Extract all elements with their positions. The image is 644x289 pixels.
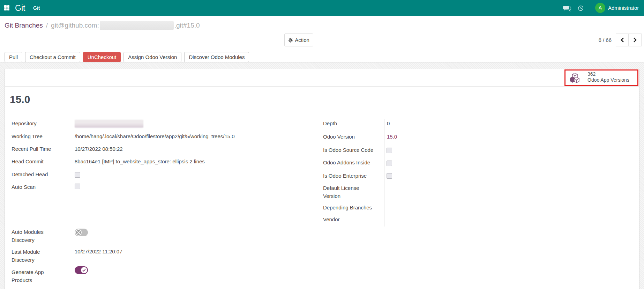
- chevron-right-icon: [633, 37, 637, 43]
- value-last-module-discovery: 10/27/2022 11:20:07: [75, 248, 122, 255]
- breadcrumb-current-prefix: git@github.com:: [51, 22, 99, 29]
- pager-count: 6 / 66: [584, 34, 612, 46]
- label-detached-head: Detached Head: [12, 171, 48, 178]
- screen: Git Git A Administrator Git Branches / g…: [0, 0, 644, 289]
- value-depth: 0: [387, 120, 390, 127]
- activities-icon[interactable]: [578, 5, 584, 11]
- toggle-check-icon: [81, 267, 87, 273]
- breadcrumb-separator: /: [46, 22, 48, 29]
- breadcrumb-redacted-blur: [100, 21, 174, 30]
- pager-previous-button[interactable]: [616, 34, 629, 46]
- group-separator-line: [72, 227, 72, 289]
- value-recent-pull-time: 10/27/2022 08:50:22: [75, 146, 123, 153]
- app-brand[interactable]: Git: [15, 3, 25, 13]
- breadcrumb-current-suffix: .git#15.0: [174, 22, 200, 29]
- navbar: Git Git A Administrator: [0, 0, 644, 16]
- checkbox-is-odoo-source-code[interactable]: [387, 148, 392, 153]
- nav-menu-git[interactable]: Git: [33, 5, 40, 12]
- uncheckout-button[interactable]: UnCheckout: [83, 52, 121, 62]
- statusbar-buttons: Pull Checkout a Commit UnCheckout Assign…: [5, 52, 249, 62]
- stat-button-text: 362 Odoo App Versions: [587, 71, 629, 83]
- toggle-x-icon: [75, 229, 82, 236]
- discover-odoo-modules-button[interactable]: Discover Odoo Modules: [184, 52, 249, 62]
- label-vendor: Vendor: [323, 216, 340, 223]
- label-is-odoo-source-code: Is Odoo Source Code: [323, 147, 373, 154]
- label-default-license-version: Default License Version: [323, 184, 368, 200]
- checkbox-auto-scan[interactable]: [75, 184, 80, 189]
- label-auto-scan: Auto Scan: [12, 184, 36, 191]
- breadcrumb-link-git-branches[interactable]: Git Branches: [5, 22, 43, 29]
- pull-button[interactable]: Pull: [5, 52, 22, 62]
- stat-label: Odoo App Versions: [587, 77, 629, 83]
- action-button-label: Action: [295, 37, 309, 43]
- checkout-a-commit-button[interactable]: Checkout a Commit: [25, 52, 80, 62]
- label-depending-branches: Depending Branches: [323, 204, 372, 211]
- group-separator-line: [66, 119, 66, 194]
- toggle-generate-app-products[interactable]: [75, 266, 88, 274]
- stat-value: 362: [587, 71, 629, 77]
- label-recent-pull-time: Recent Pull Time: [12, 146, 51, 153]
- messages-icon[interactable]: [563, 5, 571, 12]
- assign-odoo-version-button[interactable]: Assign Odoo Version: [123, 52, 181, 62]
- label-depth: Depth: [323, 120, 337, 127]
- value-head-commit: 8bac164e1 [IMP] to_website_apps_store: e…: [75, 158, 205, 165]
- group-separator-line: [384, 119, 384, 227]
- control-panel: Git Branches / git@github.com: .git#15.0…: [0, 16, 644, 62]
- user-menu[interactable]: Administrator: [608, 5, 639, 12]
- odoo-app-versions-stat-button[interactable]: 362 Odoo App Versions: [561, 69, 639, 86]
- breadcrumb: Git Branches / git@github.com: .git#15.0: [5, 21, 200, 30]
- label-head-commit: Head Commit: [12, 158, 44, 165]
- checkbox-detached-head[interactable]: [75, 172, 80, 178]
- label-auto-modules-discovery: Auto Modules Discovery: [12, 228, 57, 244]
- cubes-icon: [569, 73, 580, 83]
- checkbox-odoo-addons-inside[interactable]: [387, 161, 392, 166]
- label-repository: Repository: [12, 120, 37, 127]
- pager: [616, 34, 642, 46]
- pager-next-button[interactable]: [629, 34, 642, 46]
- button-box: 362 Odoo App Versions: [5, 69, 639, 87]
- form-sheet: 362 Odoo App Versions 15.0 Repository Wo…: [5, 69, 639, 289]
- page-title: 15.0: [10, 93, 30, 106]
- label-generate-app-products: Generate App Products: [12, 268, 57, 284]
- value-working-tree: /home/hang/.local/share/Odoo/filestore/a…: [75, 133, 235, 140]
- avatar[interactable]: A: [595, 3, 605, 13]
- label-odoo-version: Odoo Version: [323, 133, 355, 140]
- label-is-odoo-enterprise: Is Odoo Enterprise: [323, 172, 367, 179]
- label-last-module-discovery: Last Module Discovery: [12, 248, 57, 264]
- apps-menu-icon[interactable]: [4, 5, 9, 10]
- repository-redacted-value: [75, 120, 143, 128]
- action-button[interactable]: Action: [284, 34, 313, 46]
- value-odoo-version[interactable]: 15.0: [387, 133, 397, 140]
- label-odoo-addons-inside: Odoo Addons Inside: [323, 159, 370, 166]
- gear-icon: [288, 38, 293, 43]
- checkbox-is-odoo-enterprise[interactable]: [387, 173, 392, 179]
- chevron-left-icon: [620, 37, 624, 43]
- toggle-auto-modules-discovery[interactable]: [75, 229, 88, 236]
- label-working-tree: Working Tree: [12, 133, 43, 140]
